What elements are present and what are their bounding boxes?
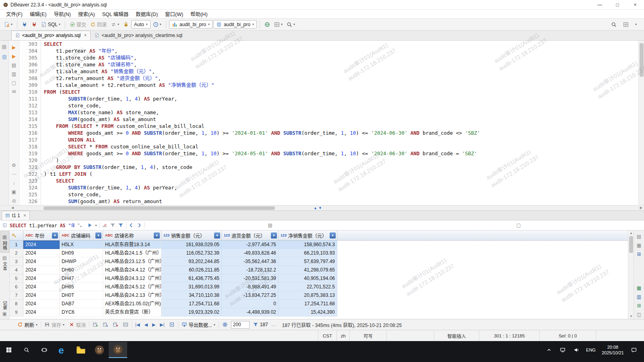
row-count-button[interactable]: 187 [252,321,269,328]
cell[interactable]: -18,728,132.2 [222,266,279,274]
task-view-button[interactable] [35,342,53,358]
taskbar-search-button[interactable] [18,342,35,358]
focus-row-button[interactable] [168,321,176,328]
cell[interactable]: 161,938,029.05 [161,241,222,249]
app-taskbar-button[interactable] [90,342,109,358]
row-number[interactable]: 9 [10,308,23,317]
fetch-size-input[interactable]: 200 [231,321,250,329]
corner-header[interactable] [10,230,23,241]
editor-vertical-scrollbar[interactable] [638,41,644,205]
execute-statement-icon[interactable]: ▶ [9,43,19,52]
panel-toggle-icon[interactable]: ▤ [147,221,393,230]
refresh-button[interactable]: 刷新▾ [16,321,39,329]
cell[interactable]: 17,254,711.68 [279,300,337,308]
dbeaver-taskbar-button[interactable] [109,342,127,358]
cell[interactable]: -13,834,727.25 [222,291,279,300]
row-number[interactable]: 2 [10,249,23,257]
scroll-down-icon[interactable]: ▼ [630,315,633,318]
query-history-button[interactable]: ▾ [151,21,163,29]
cell[interactable]: 60,026,211.85 [161,266,222,274]
perspective-button[interactable] [621,21,630,29]
column-header-2[interactable]: ABC店铺名称▼ [103,230,161,241]
scrollbar-thumb[interactable] [640,43,644,77]
more-actions-icon[interactable]: ⋯ [9,170,19,179]
connect-button[interactable] [20,21,29,29]
cell[interactable]: 19,923,329.02 [161,308,222,317]
add-row-button[interactable] [91,321,99,328]
cell[interactable]: DH47 [60,274,103,283]
cell[interactable]: DYC6 [60,308,103,317]
sql-editor[interactable]: 3033043053063073083093103113123133143153… [19,41,638,205]
row-number[interactable]: 4 [10,266,23,274]
database-navigator-icon[interactable] [2,54,7,60]
cell[interactable]: 15,424,390 [279,308,337,317]
next-row-button[interactable]: ▶ [151,322,157,327]
column-header-0[interactable]: ABC年份▼ [23,230,60,241]
explain-plan-icon[interactable]: ▤ [9,61,19,70]
export-from-query-icon[interactable]: ↓ [9,179,19,187]
cell[interactable]: -2,977,454.75 [222,241,279,249]
cell[interactable]: HLA唯品会24.1.5（广州） [103,249,161,257]
network-tray-button[interactable] [557,342,569,358]
scroll-right-icon[interactable]: ▶ [640,206,642,210]
aggregate-panel-icon[interactable]: ⊞ [634,301,644,310]
clear-filter-icon[interactable] [102,222,107,228]
duplicate-row-button[interactable] [101,321,109,328]
column-filter-dropdown-icon[interactable]: ▼ [330,232,336,239]
cell[interactable]: 英氏京东自营店（新） [103,308,161,317]
filter-history-icon[interactable]: ▾ [95,224,97,227]
connection-select[interactable]: audit_bi_pro▾ [169,20,213,29]
menu-item-3[interactable]: 搜索(A) [74,10,99,18]
cell[interactable]: HLA唯品会24.4.12（广州） [103,266,161,274]
previous-row-button[interactable]: ◀ [143,322,149,327]
editor-settings-icon[interactable]: ⚙ [9,161,19,170]
menu-item-0[interactable]: 文件(F) [2,10,26,18]
edit-filter-icon[interactable] [110,222,116,228]
row-number[interactable]: 3 [10,257,23,266]
schema-select[interactable]: audit_bi_pro▾ [213,20,257,29]
cell[interactable]: 57,639,797.49 [279,257,337,266]
back-icon[interactable] [128,222,134,228]
disconnect-button[interactable] [30,21,39,29]
forward-icon[interactable] [136,222,142,228]
cell[interactable]: -20,531,581.39 [222,274,279,283]
transaction-mode-button[interactable]: ▾ [109,21,121,29]
close-results-tab-icon[interactable]: × [23,213,26,218]
toolbar-search-button[interactable]: ▾ [285,21,297,29]
cell[interactable]: DAB7 [60,300,103,308]
execute-script-icon[interactable]: ▶ [9,52,19,61]
edit-value-button[interactable] [122,321,130,328]
network-button[interactable] [263,21,272,29]
cell[interactable]: HLA唯品会24.3.12（广州） [103,274,161,283]
column-header-4[interactable]: 123退货金额（元）▼ [222,230,279,241]
row-number[interactable]: 6 [10,283,23,291]
scroll-up-icon[interactable]: ▲ [630,231,633,235]
cell[interactable]: HLA唯品会24.5.12（广州） [103,283,161,291]
menu-item-5[interactable]: 数据库(D) [132,10,161,18]
cell[interactable]: 41,298,079.65 [279,266,337,274]
grid-settings-button[interactable] [221,321,229,328]
panel-menu-icon[interactable]: ◫ [634,310,644,319]
template-icon[interactable]: ▢ [9,78,19,87]
commit-button[interactable]: 提交 [68,20,88,29]
menu-item-7[interactable]: 帮助(H) [187,10,211,18]
rollback-button[interactable]: 回滚 [89,20,108,29]
cell[interactable]: 2024 [23,241,60,249]
maximize-results-icon[interactable]: ▢ [396,221,642,230]
quick-search-button[interactable] [609,21,618,29]
edge-taskbar-button[interactable]: e [53,342,72,358]
close-button[interactable]: × [626,0,644,9]
cell[interactable]: 61,436,775.45 [161,274,222,283]
start-button[interactable] [0,342,18,358]
cell[interactable]: DH0T [60,291,103,300]
apply-filter-icon[interactable] [87,222,93,228]
layout-button[interactable]: ▾ [272,21,284,29]
cell[interactable]: 116,052,732.39 [161,249,222,257]
cell[interactable]: 0 [222,300,279,308]
row-number[interactable]: 5 [10,274,23,283]
column-filter-dropdown-icon[interactable]: ▼ [95,232,101,239]
cell[interactable]: 2024 [23,249,60,257]
column-header-3[interactable]: 123销售金额（元）▼ [161,230,222,241]
tray-expand-button[interactable] [543,342,555,358]
cell[interactable]: 31,690,013.99 [161,283,222,291]
